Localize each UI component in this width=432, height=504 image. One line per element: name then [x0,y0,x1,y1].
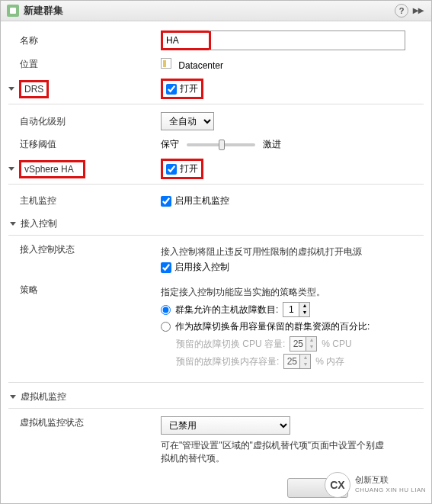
threshold-min: 保守 [161,138,179,151]
brand-watermark: CX 创新互联 CHUANG XIN HU LIAN [325,472,426,498]
chevron-down-icon[interactable] [10,395,16,399]
admission-cb-label: 启用接入控制 [174,261,229,274]
cpu-reserve-label: 预留的故障切换 CPU 容量: [176,338,285,351]
chevron-down-icon[interactable] [10,222,16,226]
policy-radio-percent[interactable] [161,322,171,332]
cpu-percent-spinner: ▲▼ [290,336,317,352]
drs-enable-label: 打开 [180,82,198,95]
mem-percent-spinner: ▲▼ [283,354,311,369]
threshold-max: 激进 [263,138,281,151]
drs-header[interactable]: DRS [19,80,49,98]
cluster-icon [7,5,19,17]
brand-sub: CHUANG XIN HU LIAN [355,485,426,495]
mem-unit: % 内存 [315,355,344,368]
threshold-label: 迁移阈值 [8,138,161,151]
mem-reserve-label: 预留的故障切换内存容量: [176,355,279,368]
name-input-extent[interactable] [209,30,405,50]
admission-enable-checkbox[interactable] [161,262,171,273]
drs-enable-checkbox[interactable] [166,84,177,95]
dialog-titlebar: 新建群集 ? ▸▸ [1,1,431,21]
ha-header[interactable]: vSphere HA [19,160,85,178]
vm-monitor-desc: 可在"管理设置"区域的"虚拟机替代项"页面中设置个别虚拟机的替代项。 [161,439,389,465]
brand-name: 创新互联 [355,475,426,485]
cpu-unit: % CPU [322,339,351,349]
admission-desc: 接入控制将阻止违反可用性限制的虚拟机打开电源 [161,246,424,258]
policy-label: 策略 [8,284,161,297]
name-input[interactable] [163,33,209,48]
ha-enable-checkbox[interactable] [166,164,177,175]
policy-desc: 指定接入控制功能应当实施的策略类型。 [161,286,424,299]
host-monitor-checkbox[interactable] [161,196,171,207]
location-label: 位置 [8,58,161,71]
threshold-slider[interactable] [187,143,255,146]
policy-radio1-label: 群集允许的主机故障数目: [175,303,278,316]
vm-monitor-header[interactable]: 虚拟机监控 [21,390,66,403]
vm-monitor-status-label: 虚拟机监控状态 [8,416,161,429]
admission-header[interactable]: 接入控制 [21,217,57,230]
policy-radio-hostfail[interactable] [161,305,171,315]
brand-logo: CX [325,472,350,498]
pin-icon[interactable]: ▸▸ [411,4,425,18]
chevron-down-icon[interactable] [8,167,14,171]
location-value: Datacenter [178,60,223,71]
dialog-title: 新建群集 [24,4,63,18]
policy-radio2-label: 作为故障切换备用容量保留的群集资源的百分比: [175,320,370,333]
datacenter-icon [161,58,171,69]
automation-select[interactable]: 全自动 [161,112,214,130]
vm-monitor-select[interactable]: 已禁用 [161,416,290,435]
host-monitor-cb-label: 启用主机监控 [174,194,229,207]
host-failures-spinner[interactable]: ▲▼ [283,302,310,317]
help-icon[interactable]: ? [395,4,408,18]
name-label: 名称 [8,34,161,47]
chevron-down-icon[interactable] [8,87,14,91]
admission-status-label: 接入控制状态 [8,243,161,256]
automation-label: 自动化级别 [8,115,161,128]
host-monitor-label: 主机监控 [8,194,161,207]
dialog-content: 名称 位置 Datacenter DRS 打开 [1,21,431,503]
ha-enable-label: 打开 [180,162,198,175]
new-cluster-dialog: 新建群集 ? ▸▸ 名称 位置 Datacenter DRS [0,0,432,504]
